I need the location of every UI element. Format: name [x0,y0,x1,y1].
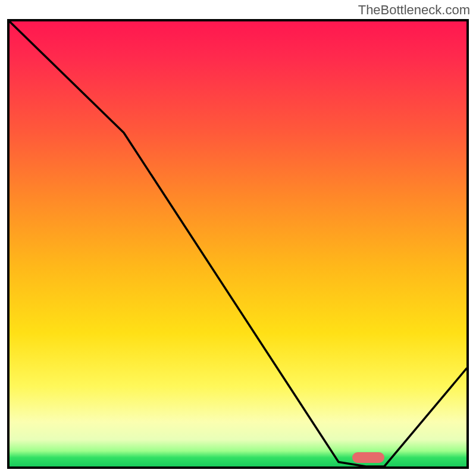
watermark-text: TheBottleneck.com [358,2,470,18]
optimal-marker [352,452,384,463]
chart-frame [7,19,469,469]
bottleneck-curve [10,21,466,466]
